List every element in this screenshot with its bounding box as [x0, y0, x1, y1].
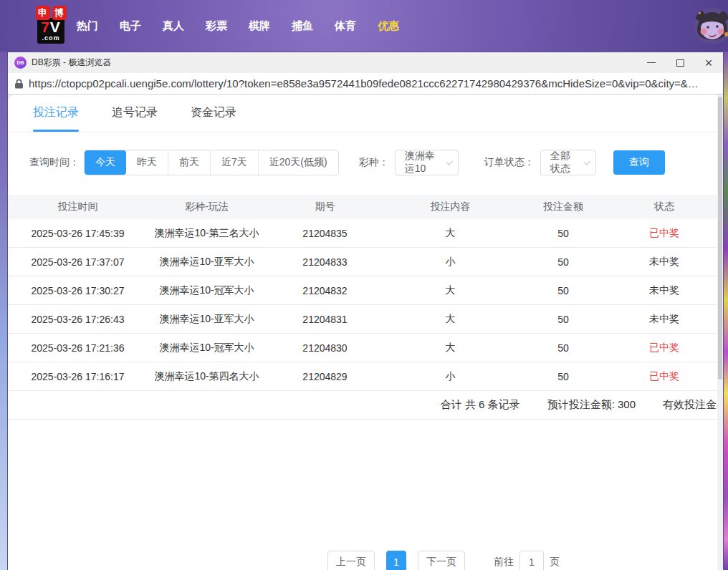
cell-bet-content: 小 — [384, 370, 517, 383]
cell-issue: 21204830 — [266, 342, 384, 354]
cell-bet-time: 2025-03-26 17:26:43 — [8, 314, 148, 325]
window-title: DB彩票 - 极速浏览器 — [32, 57, 111, 69]
chevron-down-icon — [583, 158, 590, 165]
cell-issue: 21204829 — [266, 371, 384, 382]
cell-game-play: 澳洲幸运10-冠军大小 — [148, 342, 266, 354]
time-option-day-before[interactable]: 前天 — [168, 150, 210, 175]
table-row[interactable]: 2025-03-26 17:37:07 澳洲幸运10-亚军大小 21204833… — [8, 248, 719, 276]
time-option-20days[interactable]: 近20天(低频) — [258, 150, 338, 175]
tab-fund-records[interactable]: 资金记录 — [191, 105, 236, 122]
browser-titlebar[interactable]: DB DB彩票 - 极速浏览器 × — [8, 52, 723, 73]
nav-item-hot[interactable]: 热门 — [77, 19, 98, 33]
table-header-row: 投注时间 彩种-玩法 期号 投注内容 投注金额 状态 — [8, 195, 719, 219]
goto-page-input[interactable] — [519, 551, 544, 570]
lottery-select-value: 澳洲幸运10 — [405, 150, 439, 175]
url-text: https://ctopcp02pcali.uengi5e.com/lotter… — [29, 77, 699, 90]
order-status-label: 订单状态： — [484, 156, 535, 169]
logo-7v-text: 7V — [41, 19, 61, 34]
db-app-icon: DB — [14, 57, 27, 69]
cell-bet-time: 2025-03-26 17:45:39 — [8, 228, 148, 239]
time-range-group: 今天 昨天 前天 近7天 近20天(低频) — [84, 150, 339, 175]
avatar-image — [694, 7, 728, 44]
pagination: 上一页 1 下一页 前往 页 — [88, 551, 723, 570]
header-bet-amount: 投注金额 — [517, 201, 610, 213]
tab-chase-records[interactable]: 追号记录 — [112, 105, 158, 122]
cell-bet-amount: 50 — [517, 285, 610, 296]
table-row[interactable]: 2025-03-26 17:16:17 澳洲幸运10-第四名大小 2120482… — [8, 362, 719, 391]
cell-bet-content: 大 — [384, 313, 517, 326]
cell-bet-amount: 50 — [517, 342, 610, 354]
summary-bar: 合计 共 6 条记录 预计投注金额: 300 有效投注金额 — [8, 391, 719, 420]
time-filter-label: 查询时间： — [29, 156, 80, 169]
cell-issue: 21204835 — [266, 228, 384, 239]
current-page-button[interactable]: 1 — [386, 551, 406, 570]
header-bet-time: 投注时间 — [8, 201, 148, 213]
site-logo[interactable]: 申 博 7V .com — [25, 6, 77, 44]
cell-issue: 21204832 — [266, 285, 384, 296]
active-tab-underline — [33, 130, 79, 132]
background-page-left-edge — [0, 52, 7, 570]
cell-status: 已中奖 — [610, 227, 719, 240]
nav-menu: 热门 电子 真人 彩票 棋牌 捕鱼 体育 优惠 — [77, 0, 399, 52]
cell-bet-content: 小 — [384, 256, 517, 269]
cell-status: 已中奖 — [610, 342, 719, 354]
goto-page-group: 前往 页 — [494, 551, 560, 570]
close-icon: × — [705, 57, 713, 69]
time-option-today[interactable]: 今天 — [85, 150, 126, 175]
time-option-7days[interactable]: 近7天 — [210, 150, 258, 175]
cell-bet-amount: 50 — [517, 371, 610, 382]
cell-bet-amount: 50 — [517, 256, 610, 268]
table-row[interactable]: 2025-03-26 17:26:43 澳洲幸运10-亚军大小 21204831… — [8, 305, 719, 334]
bet-records-table: 投注时间 彩种-玩法 期号 投注内容 投注金额 状态 2025-03-26 17… — [8, 195, 719, 391]
prev-page-button[interactable]: 上一页 — [327, 551, 375, 570]
nav-item-live[interactable]: 真人 — [163, 19, 184, 33]
cell-issue: 21204831 — [266, 314, 384, 325]
nav-item-electronic[interactable]: 电子 — [120, 19, 141, 33]
cell-game-play: 澳洲幸运10-亚军大小 — [148, 256, 266, 269]
header-game-play: 彩种-玩法 — [148, 201, 266, 213]
address-bar[interactable]: https://ctopcp02pcali.uengi5e.com/lotter… — [8, 73, 723, 95]
cell-bet-content: 大 — [384, 227, 517, 240]
minimize-button[interactable] — [637, 52, 666, 73]
time-option-yesterday[interactable]: 昨天 — [126, 150, 168, 175]
user-avatar[interactable] — [694, 7, 728, 44]
cell-issue: 21204833 — [266, 256, 384, 268]
order-status-select[interactable]: 全部状态 — [540, 150, 596, 175]
logo-badges: 申 博 — [36, 6, 67, 20]
header-issue: 期号 — [266, 201, 384, 213]
cell-status: 已中奖 — [610, 370, 719, 383]
summary-total-records: 合计 共 6 条记录 — [441, 398, 520, 412]
table-row[interactable]: 2025-03-26 17:21:36 澳洲幸运10-冠军大小 21204830… — [8, 334, 719, 362]
header-bet-content: 投注内容 — [384, 201, 517, 213]
lottery-select[interactable]: 澳洲幸运10 — [395, 150, 459, 175]
table-row[interactable]: 2025-03-26 17:30:27 澳洲幸运10-冠军大小 21204832… — [8, 276, 719, 305]
summary-expected-amount: 预计投注金额: 300 — [547, 398, 636, 412]
nav-item-promo[interactable]: 优惠 — [378, 19, 399, 33]
maximize-button[interactable] — [666, 52, 694, 73]
table-row[interactable]: 2025-03-26 17:45:39 澳洲幸运10-第三名大小 2120483… — [8, 219, 719, 248]
search-button[interactable]: 查询 — [613, 150, 665, 175]
nav-item-fishing[interactable]: 捕鱼 — [292, 19, 313, 33]
scrollbar-thumb[interactable] — [718, 97, 722, 380]
minimize-icon — [647, 62, 656, 63]
maximize-icon — [676, 59, 684, 67]
logo-com-text: .com — [42, 34, 59, 42]
summary-valid-amount: 有效投注金额 — [663, 398, 723, 412]
cell-bet-time: 2025-03-26 17:30:27 — [8, 285, 148, 296]
page-unit-label: 页 — [550, 556, 560, 569]
close-button[interactable]: × — [694, 52, 723, 73]
nav-item-sports[interactable]: 体育 — [335, 19, 356, 33]
nav-item-chess[interactable]: 棋牌 — [249, 19, 270, 33]
cell-status: 未中奖 — [610, 256, 719, 269]
header-status: 状态 — [610, 201, 719, 213]
next-page-button[interactable]: 下一页 — [418, 551, 465, 570]
vertical-scrollbar[interactable] — [717, 95, 723, 570]
tab-bet-records[interactable]: 投注记录 — [33, 105, 79, 122]
nav-item-lottery[interactable]: 彩票 — [206, 19, 227, 33]
background-page-right-edge — [724, 52, 728, 570]
logo-badge-shen: 申 — [36, 6, 50, 20]
cell-bet-amount: 50 — [517, 314, 610, 325]
cell-game-play: 澳洲幸运10-第四名大小 — [148, 370, 266, 383]
cell-bet-time: 2025-03-26 17:37:07 — [8, 256, 148, 268]
cell-bet-content: 大 — [384, 284, 517, 297]
